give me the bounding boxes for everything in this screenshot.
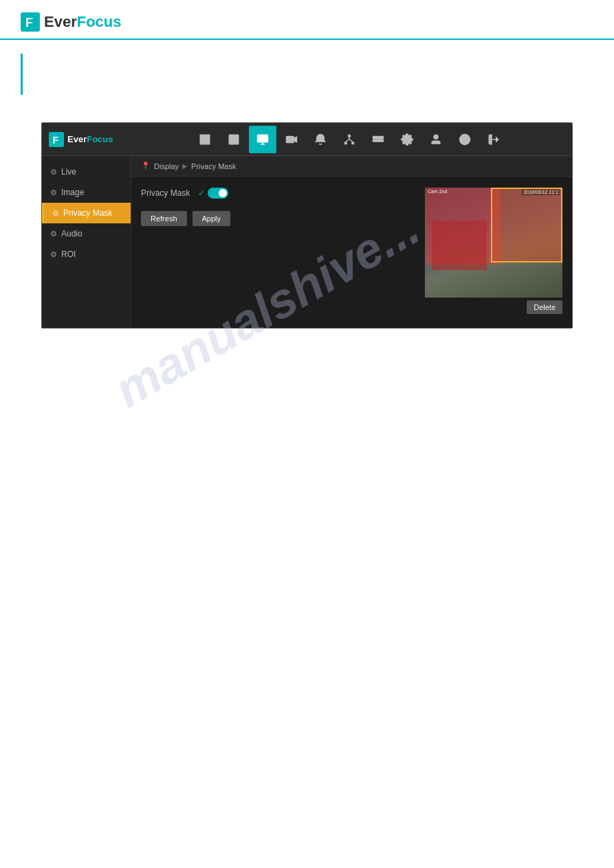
logo-text: EverFocus	[44, 13, 122, 31]
privacy-mask-toggle[interactable]	[208, 188, 228, 199]
nav-icons	[134, 126, 566, 153]
svg-point-12	[349, 135, 351, 137]
privacy-left: Privacy Mask ✓ Refresh Apply	[141, 188, 414, 317]
svg-text:F: F	[25, 16, 33, 30]
gear-icon-live: ⚙	[50, 168, 57, 177]
gear-icon-roi: ⚙	[50, 250, 57, 259]
nav-info-button[interactable]	[451, 126, 479, 153]
delete-button[interactable]: Delete	[527, 300, 562, 314]
camera-preview: Cam 2nd 2018/03/12 11:1 Delete	[425, 188, 562, 317]
nav-logout-button[interactable]	[480, 126, 507, 153]
cam-timestamp: 2018/03/12 11:1	[522, 189, 560, 195]
camera-preview-inner: Cam 2nd 2018/03/12 11:1	[425, 188, 562, 298]
sidebar: ⚙ Live ⚙ Image ⚙ Privacy Mask ⚙ Audio ⚙	[42, 156, 131, 328]
sidebar-label-live: Live	[61, 167, 76, 177]
page-header: F EverFocus	[0, 0, 614, 40]
sidebar-item-roi[interactable]: ⚙ ROI	[42, 244, 131, 265]
privacy-mask-row: Privacy Mask ✓	[141, 188, 414, 199]
breadcrumb-current: Privacy Mask	[191, 162, 236, 170]
svg-text:F: F	[53, 134, 59, 145]
apply-button[interactable]: Apply	[193, 211, 231, 226]
sidebar-item-image[interactable]: ⚙ Image	[42, 182, 131, 203]
nav-display-button[interactable]	[249, 126, 276, 153]
gear-icon-privacy: ⚙	[52, 209, 59, 218]
svg-point-14	[352, 142, 354, 144]
cam-label: Cam 2nd	[428, 189, 447, 194]
sidebar-item-audio[interactable]: ⚙ Audio	[42, 223, 131, 244]
toggle-container[interactable]: ✓	[198, 188, 228, 199]
content-panel: 📍 Display ▶ Privacy Mask Privacy Mask ✓	[131, 156, 572, 328]
main-area: ⚙ Live ⚙ Image ⚙ Privacy Mask ⚙ Audio ⚙	[42, 156, 572, 328]
sidebar-item-live[interactable]: ⚙ Live	[42, 162, 131, 182]
privacy-content: Privacy Mask ✓ Refresh Apply	[131, 177, 572, 328]
delete-btn-row: Delete	[425, 298, 562, 317]
nav-logo: F EverFocus	[49, 132, 113, 147]
svg-point-20	[434, 135, 438, 139]
svg-point-17	[382, 137, 383, 138]
nav-logo-text: EverFocus	[67, 134, 113, 144]
sidebar-label-privacy: Privacy Mask	[63, 208, 112, 218]
svg-point-18	[382, 140, 383, 141]
breadcrumb-root: Display	[154, 162, 179, 170]
nav-settings-button[interactable]	[393, 126, 421, 153]
top-nav: F EverFocus	[42, 123, 572, 156]
button-row: Refresh Apply	[141, 211, 414, 226]
logo-icon: F	[21, 12, 40, 32]
svg-rect-5	[206, 135, 210, 139]
nav-storage-button[interactable]	[364, 126, 392, 153]
privacy-mask-overlay-2[interactable]	[491, 188, 562, 263]
breadcrumb-separator: ▶	[182, 162, 188, 170]
gear-icon-audio: ⚙	[50, 230, 57, 238]
svg-point-13	[345, 142, 347, 144]
breadcrumb: 📍 Display ▶ Privacy Mask	[131, 156, 572, 177]
svg-rect-6	[201, 140, 205, 144]
ui-screenshot: F EverFocus	[41, 122, 573, 329]
refresh-button[interactable]: Refresh	[141, 211, 187, 226]
nav-alarm-button[interactable]	[307, 126, 334, 153]
svg-rect-4	[201, 135, 205, 139]
nav-imageframe-button[interactable]	[220, 126, 248, 153]
sidebar-item-privacy-mask[interactable]: ⚙ Privacy Mask	[42, 203, 131, 223]
sidebar-label-image: Image	[61, 188, 84, 197]
location-icon: 📍	[141, 162, 151, 170]
everfocus-logo: F EverFocus	[21, 12, 593, 32]
privacy-mask-overlay-3[interactable]	[432, 221, 487, 270]
left-bar-decoration	[21, 54, 23, 95]
gear-icon-image: ⚙	[50, 188, 57, 197]
nav-video-button[interactable]	[278, 126, 305, 153]
sidebar-label-roi: ROI	[61, 249, 76, 259]
toggle-check-icon: ✓	[198, 188, 205, 198]
svg-point-9	[231, 136, 233, 138]
nav-grid-button[interactable]	[191, 126, 219, 153]
page-content-area: manualshive... F EverFocus	[0, 40, 614, 363]
nav-network-button[interactable]	[336, 126, 363, 153]
nav-user-button[interactable]	[422, 126, 450, 153]
sidebar-label-audio: Audio	[61, 229, 83, 238]
privacy-mask-label: Privacy Mask	[141, 188, 190, 198]
svg-rect-11	[287, 136, 294, 142]
svg-rect-7	[206, 140, 210, 144]
